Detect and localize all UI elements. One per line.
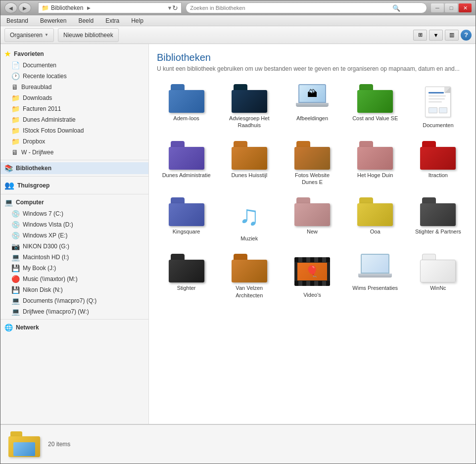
sidebar-item-dropbox-label: Dropbox <box>23 138 45 145</box>
sidebar-item-drijfwee-mac[interactable]: 💻 Drijfwee (\\macpro7) (W:) <box>0 306 148 317</box>
item-fotos[interactable]: Fotos Website Dunes E <box>283 137 341 190</box>
item-muziek[interactable]: ♫ Muziek <box>220 193 279 246</box>
menu-bewerken[interactable]: Bewerken <box>38 16 68 25</box>
item-adviesgroep[interactable]: Adviesgroep Het Raadhuis <box>220 80 279 133</box>
item-stighter-partners[interactable]: Stighter & Partners <box>409 193 468 246</box>
organize-label: Organiseren <box>10 32 43 39</box>
search-input[interactable] <box>190 5 415 11</box>
libraries-section-header[interactable]: 📚 Bibliotheken <box>0 162 148 174</box>
video-thumbnail: 🎈 <box>297 263 327 280</box>
address-dropdown[interactable]: ▼ <box>167 5 172 11</box>
sidebar-item-facturen[interactable]: 📁 Facturen 2011 <box>0 103 148 114</box>
sidebar-item-mac[interactable]: 💻 Macintosh HD (I:) <box>0 252 148 263</box>
address-bar[interactable]: 📁 Bibliotheken ▶ ▼ ↻ <box>38 2 182 13</box>
fotos-folder-icon <box>294 141 330 170</box>
item-dunes-huisstijl[interactable]: Dunes Huisstijl <box>220 137 279 190</box>
sidebar-item-win7[interactable]: 💿 Windows 7 (C:) <box>0 208 148 219</box>
sidebar-item-documenten[interactable]: 📄 Documenten <box>0 60 148 71</box>
back-button[interactable]: ◀ <box>4 2 17 13</box>
favorites-header[interactable]: ★ Favorieten <box>0 48 148 60</box>
vista-icon: 💿 <box>11 221 20 229</box>
sidebar-item-vista-label: Windows Vista (D:) <box>23 221 73 228</box>
afbeeldingen-laptop-icon: 🏔 <box>294 84 330 113</box>
sidebar-item-xp[interactable]: 💿 Windows XP (E:) <box>0 230 148 241</box>
divider-3 <box>0 194 148 194</box>
computer-header[interactable]: 💻 Computer <box>0 196 148 208</box>
item-stighter[interactable]: Stighter <box>157 250 216 303</box>
page-subtitle: U kunt een bibliotheek gebruiken om uw b… <box>157 65 468 72</box>
item-van-velzen[interactable]: Van Velzen Architecten <box>220 250 279 303</box>
sidebar-item-vista[interactable]: 💿 Windows Vista (D:) <box>0 219 148 230</box>
menu-help[interactable]: Help <box>129 16 145 25</box>
item-kingsquare[interactable]: Kingsquare <box>157 193 216 246</box>
new-label: New <box>307 228 318 235</box>
item-cost-value[interactable]: Cost and Value SE <box>346 80 405 133</box>
item-documenten[interactable]: Documenten <box>409 80 468 133</box>
titlebar-left: ◀ ▶ 📁 Bibliotheken ▶ ▼ ↻ <box>4 2 186 13</box>
sidebar-item-dunes-admin-label: Dunes Administratie <box>23 116 76 123</box>
sidebar-item-mybook[interactable]: 💾 My Book (J:) <box>0 263 148 274</box>
computer-label: Computer <box>16 199 44 206</box>
organize-button[interactable]: Organiseren ▼ <box>4 28 54 42</box>
xp-icon: 💿 <box>11 232 20 239</box>
help-button[interactable]: ? <box>461 30 472 41</box>
sidebar-item-documents-mac[interactable]: 💻 Documents (\\macpro7) (Q:) <box>0 295 148 306</box>
netwerk-icon: 🌐 <box>4 324 13 331</box>
sidebar-item-recente[interactable]: 🕐 Recente locaties <box>0 71 148 82</box>
view-button-1[interactable]: ⊞ <box>413 30 427 41</box>
item-afbeeldingen[interactable]: 🏔 Afbeeldingen <box>283 80 341 133</box>
libraries-label: Bibliotheken <box>16 165 51 172</box>
adviesgroep-label: Adviesgroep Het Raadhuis <box>225 115 274 129</box>
search-icon: 🔍 <box>392 4 400 12</box>
forward-button[interactable]: ▶ <box>18 2 31 13</box>
nav-buttons: ◀ ▶ <box>4 2 31 13</box>
close-button[interactable]: ✕ <box>459 3 472 12</box>
sidebar-item-dropbox[interactable]: 📁 Dropbox <box>0 136 148 147</box>
new-folder-icon <box>294 197 330 226</box>
item-ooa[interactable]: Ooa <box>346 193 405 246</box>
item-adem-loos[interactable]: Adem-loos <box>157 80 216 133</box>
item-itraction[interactable]: Itraction <box>409 137 468 190</box>
item-videos[interactable]: 🎈 Video's <box>283 250 341 303</box>
itraction-folder-icon <box>420 141 456 170</box>
cost-value-folder-icon <box>357 84 393 113</box>
maximize-button[interactable]: □ <box>445 3 458 12</box>
item-wims[interactable]: Wims Presentaties <box>346 250 405 303</box>
music-drive-icon: 🔴 <box>11 275 20 283</box>
sidebar-item-istock[interactable]: 📁 IStock Fotos Download <box>0 125 148 136</box>
sidebar-item-drijfwee[interactable]: 🖥 W - Drijfwee <box>0 147 148 158</box>
item-new[interactable]: New <box>283 193 341 246</box>
preview-pane-button[interactable]: ▥ <box>445 30 459 41</box>
menu-extra[interactable]: Extra <box>103 16 121 25</box>
dunes-admin-label: Dunes Administratie <box>162 172 211 179</box>
item-dunes-admin[interactable]: Dunes Administratie <box>157 137 216 190</box>
menu-bestand[interactable]: Bestand <box>4 16 30 25</box>
sidebar-item-dunes-admin[interactable]: 📁 Dunes Administratie <box>0 114 148 125</box>
van-velzen-label: Van Velzen Architecten <box>225 284 274 299</box>
sidebar-item-nikon-disk-label: Nikon Disk (N:) <box>23 286 63 293</box>
view-dropdown[interactable]: ▼ <box>429 30 443 41</box>
sidebar-item-nikon[interactable]: 📷 NIKON D300 (G:) <box>0 241 148 252</box>
documenten-doc-icon <box>420 84 456 120</box>
ooa-label: Ooa <box>370 228 381 235</box>
dunes-admin-icon: 📁 <box>11 116 20 124</box>
netwerk-header[interactable]: 🌐 Netwerk <box>0 322 148 333</box>
thuisgroep-icon: 👥 <box>4 181 14 190</box>
thuisgroep-header[interactable]: 👥 Thuisgroep <box>0 179 148 192</box>
item-het-hoge-duin[interactable]: Het Hoge Duin <box>346 137 405 190</box>
dropbox-icon: 📁 <box>11 138 20 145</box>
sidebar-item-bureaublad[interactable]: 🖥 Bureaublad <box>0 82 148 93</box>
refresh-button[interactable]: ↻ <box>172 4 178 12</box>
sidebar-item-nikon-disk[interactable]: 💾 Nikon Disk (N:) <box>0 284 148 295</box>
item-winnc[interactable]: WinNc <box>409 250 468 303</box>
address-input[interactable] <box>93 4 167 11</box>
sidebar-item-downloads-label: Downloads <box>23 94 52 101</box>
sidebar-item-downloads[interactable]: 📁 Downloads <box>0 93 148 103</box>
winnc-label: WinNc <box>430 284 446 291</box>
sidebar-item-music[interactable]: 🔴 Music (\\maxtor) (M:) <box>0 274 148 284</box>
menu-beeld[interactable]: Beeld <box>76 16 95 25</box>
muziek-music-icon: ♫ <box>232 197 267 233</box>
search-box[interactable]: 🔍 <box>186 2 427 13</box>
minimize-button[interactable]: ─ <box>431 3 444 12</box>
new-library-button[interactable]: Nieuwe bibliotheek <box>58 28 119 42</box>
